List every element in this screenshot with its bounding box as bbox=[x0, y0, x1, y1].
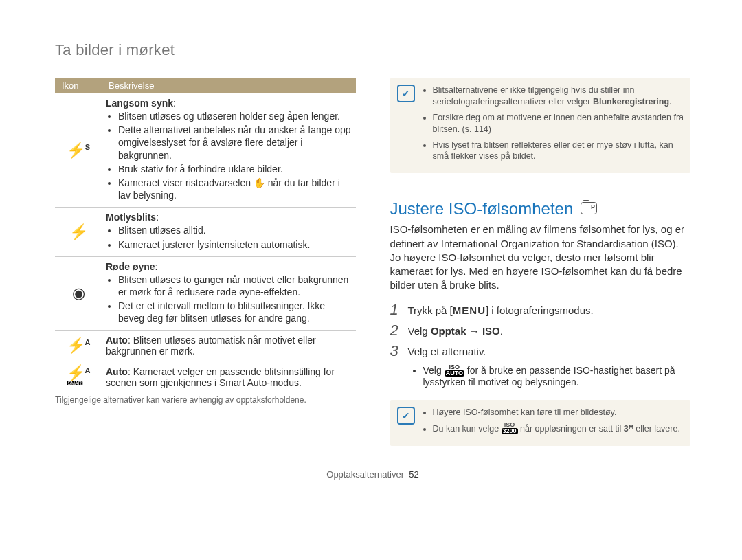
option-name: Motlysblits bbox=[106, 212, 156, 223]
note1-item: Hvis lyset fra blitsen reflekteres eller… bbox=[433, 139, 684, 163]
iso-body-text: ISO-følsomheten er en måling av filmens … bbox=[390, 223, 691, 292]
table-row: ⚡SLangsom synk:Blitsen utløses og utløse… bbox=[55, 93, 356, 208]
page-footer: Opptaksalternativer 52 bbox=[55, 469, 690, 480]
divider bbox=[55, 65, 690, 65]
note2-item: Du kan kun velge ISO3200 når oppløsninge… bbox=[433, 422, 680, 435]
option-bullet: Blitsen utløses og utløseren holder seg … bbox=[118, 110, 352, 122]
option-name: Auto bbox=[106, 335, 128, 346]
smart-auto-flash-icon: ⚡ASMART bbox=[55, 361, 102, 393]
breadcrumb: Ta bilder i mørket bbox=[55, 41, 690, 59]
note-icon: ✓ bbox=[397, 85, 415, 102]
option-bullet: Kameraet viser risteadvarselen ✋ når du … bbox=[118, 177, 352, 201]
step-3-bullet: Velg ISOAUTO for å bruke en passende ISO… bbox=[411, 364, 691, 388]
section-title-iso: Justere ISO-følsomheten bbox=[390, 199, 691, 219]
table-row: ⚡ASMARTAuto: Kameraet velger en passende… bbox=[55, 361, 356, 393]
step-num: 1 bbox=[390, 302, 408, 317]
table-cell-desc: Auto: Blitsen utløses automatisk når mot… bbox=[102, 331, 356, 361]
note1-item: Blitsalternativene er ikke tilgjengelig … bbox=[433, 85, 684, 108]
iso-auto-icon: ISOAUTO bbox=[445, 364, 464, 377]
iso-3200-icon: ISO3200 bbox=[502, 422, 518, 434]
note-box-1: ✓ Blitsalternativene er ikke tilgjengeli… bbox=[390, 78, 691, 173]
step-2: 2 Velg Opptak → ISO. bbox=[390, 323, 691, 338]
note-icon: ✓ bbox=[397, 407, 415, 425]
note-box-2: ✓ Høyere ISO-følsomhet kan føre til mer … bbox=[390, 400, 691, 447]
option-bullet: Det er et intervall mellom to blitsutløs… bbox=[118, 300, 352, 324]
table-cell-desc: Auto: Kameraet velger en passende blitsi… bbox=[102, 361, 356, 393]
option-bullet: Dette alternativet anbefales når du ønsk… bbox=[118, 124, 352, 161]
table-cell-desc: Røde øyne:Blitsen utløses to ganger når … bbox=[102, 256, 356, 331]
auto-flash-icon: ⚡A bbox=[55, 331, 102, 361]
step-num: 2 bbox=[390, 323, 408, 338]
table-row: ◉Røde øyne:Blitsen utløses to ganger når… bbox=[55, 256, 356, 331]
table-row: ⚡AAuto: Blitsen utløses automatisk når m… bbox=[55, 331, 356, 361]
table-header-icon: Ikon bbox=[55, 78, 102, 93]
step-num: 3 bbox=[390, 344, 408, 359]
step-1: 1 Trykk på [MENU] i fotograferingsmodus. bbox=[390, 302, 691, 317]
red-eye-icon: ◉ bbox=[55, 256, 102, 331]
table-cell-desc: Langsom synk:Blitsen utløses og utløsere… bbox=[102, 93, 356, 208]
option-bullet: Kameraet justerer lysintensiteten automa… bbox=[118, 238, 352, 251]
camera-mode-icon bbox=[581, 202, 597, 214]
step-3: 3 Velg et alternativ. bbox=[390, 344, 691, 359]
table-footnote: Tilgjengelige alternativer kan variere a… bbox=[55, 395, 356, 405]
table-header-desc: Beskrivelse bbox=[102, 78, 356, 93]
option-name: Langsom synk bbox=[106, 98, 173, 109]
option-name: Røde øyne bbox=[106, 261, 155, 272]
flash-options-table: Ikon Beskrivelse ⚡SLangsom synk:Blitsen … bbox=[55, 78, 356, 392]
fill-in-icon: ⚡ bbox=[55, 208, 102, 256]
option-bullet: Blitsen utløses to ganger når motivet el… bbox=[118, 273, 352, 298]
option-name: Auto bbox=[106, 366, 128, 377]
option-bullet: Bruk stativ for å forhindre uklare bilde… bbox=[118, 163, 352, 175]
table-cell-desc: Motlysblits:Blitsen utløses alltid.Kamer… bbox=[102, 208, 356, 256]
menu-button-label: MENU bbox=[453, 304, 486, 316]
note1-item: Forsikre deg om at motivene er innen den… bbox=[433, 112, 684, 135]
table-row: ⚡Motlysblits:Blitsen utløses alltid.Kame… bbox=[55, 208, 356, 256]
section-title-text: Justere ISO-følsomheten bbox=[390, 199, 574, 218]
option-bullet: Blitsen utløses alltid. bbox=[118, 224, 352, 236]
steps-list: 1 Trykk på [MENU] i fotograferingsmodus.… bbox=[390, 302, 691, 388]
note2-item: Høyere ISO-følsomhet kan føre til mer bi… bbox=[433, 407, 680, 418]
slow-sync-icon: ⚡S bbox=[55, 93, 102, 208]
